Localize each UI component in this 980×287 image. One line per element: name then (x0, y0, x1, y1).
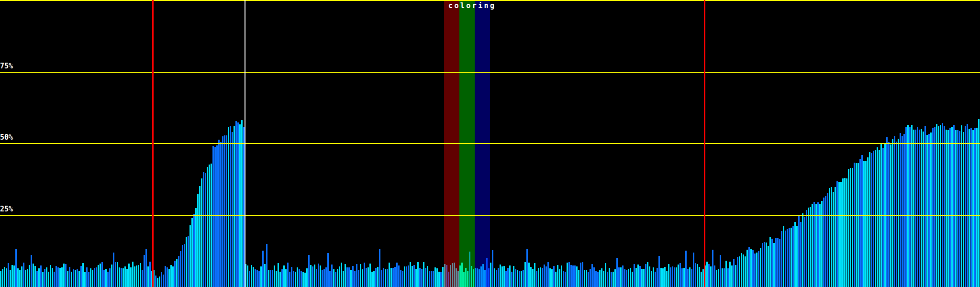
labels-layer: coloring 75%50%25% (0, 0, 980, 287)
y-axis-label-75: 75% (0, 63, 13, 70)
histogram-chart: coloring 75%50%25% (0, 0, 980, 287)
y-axis-label-50: 50% (0, 134, 13, 141)
y-axis-label-25: 25% (0, 206, 13, 213)
coloring-band-label: coloring (448, 2, 496, 10)
